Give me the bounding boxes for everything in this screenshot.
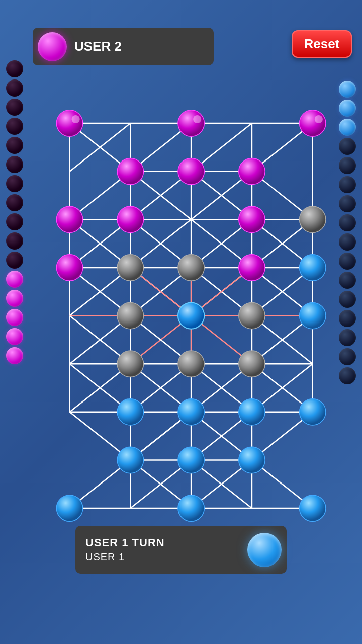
right-marble-12 bbox=[339, 291, 356, 308]
right-sidebar bbox=[337, 80, 358, 384]
user1-turn-label: USER 1 TURN bbox=[85, 536, 246, 549]
marble-r8c0 bbox=[56, 495, 82, 521]
marble-r1c2 bbox=[178, 158, 204, 184]
marble-r3c2 bbox=[178, 255, 204, 281]
left-marble-12 bbox=[6, 271, 23, 288]
right-marble-15 bbox=[339, 348, 356, 365]
marble-r8c2 bbox=[178, 495, 204, 521]
marble-r7c1 bbox=[117, 447, 143, 473]
marble-r1c3 bbox=[239, 158, 265, 184]
marble-r1c1 bbox=[117, 158, 143, 184]
left-marble-9 bbox=[6, 213, 23, 230]
left-marble-4 bbox=[6, 118, 23, 135]
left-marble-14 bbox=[6, 309, 23, 326]
marble-r3c0 bbox=[56, 255, 82, 281]
user2-panel: USER 2 bbox=[33, 28, 214, 65]
right-marble-5 bbox=[339, 157, 356, 174]
marble-r5c3 bbox=[239, 351, 265, 377]
right-marble-16 bbox=[339, 367, 356, 384]
right-marble-8 bbox=[339, 214, 356, 231]
left-marble-2 bbox=[6, 79, 23, 97]
user2-name: USER 2 bbox=[74, 39, 122, 54]
left-marble-15 bbox=[6, 328, 23, 345]
svg-point-75 bbox=[72, 115, 80, 123]
marble-r0c4 bbox=[300, 110, 326, 136]
marble-r2c0 bbox=[56, 206, 82, 232]
marble-r0c0 bbox=[56, 110, 82, 136]
marble-r7c3 bbox=[239, 447, 265, 473]
marble-r4c4 bbox=[300, 302, 326, 329]
right-marble-9 bbox=[339, 233, 356, 251]
marble-r8c4 bbox=[300, 495, 326, 521]
right-marble-3 bbox=[339, 119, 356, 136]
right-marble-2 bbox=[339, 100, 356, 117]
left-marble-1 bbox=[6, 60, 23, 77]
marble-r7c2 bbox=[178, 447, 204, 473]
user1-name: USER 1 bbox=[85, 551, 246, 563]
marble-r5c1 bbox=[117, 351, 143, 377]
marble-r2c1 bbox=[117, 206, 143, 232]
left-marble-11 bbox=[6, 252, 23, 269]
right-marble-10 bbox=[339, 253, 356, 270]
marble-r2c3 bbox=[239, 206, 265, 232]
marble-r3c3 bbox=[239, 255, 265, 281]
left-marble-6 bbox=[6, 156, 23, 173]
marble-r6c4 bbox=[300, 399, 326, 425]
left-marble-7 bbox=[6, 175, 23, 192]
left-marble-8 bbox=[6, 194, 23, 211]
marble-r4c2-blue-center bbox=[178, 302, 204, 329]
right-marble-14 bbox=[339, 329, 356, 346]
left-marble-5 bbox=[6, 137, 23, 154]
user1-panel: USER 1 TURN USER 1 bbox=[75, 526, 287, 574]
marble-r6c2 bbox=[178, 399, 204, 425]
marble-r5c2 bbox=[178, 351, 204, 377]
right-marble-6 bbox=[339, 176, 356, 193]
user1-marble bbox=[247, 533, 282, 567]
board-svg bbox=[29, 78, 333, 543]
user2-marble bbox=[38, 32, 67, 61]
right-marble-13 bbox=[339, 310, 356, 327]
game-board[interactable] bbox=[29, 78, 333, 543]
left-marble-16 bbox=[6, 347, 23, 364]
svg-point-77 bbox=[315, 115, 323, 123]
marble-r4c3 bbox=[239, 302, 265, 329]
right-marble-4 bbox=[339, 138, 356, 155]
left-marble-3 bbox=[6, 99, 23, 116]
marble-r3c4 bbox=[300, 255, 326, 281]
marble-r4c1 bbox=[117, 302, 143, 329]
right-marble-1 bbox=[339, 80, 356, 98]
left-sidebar bbox=[4, 60, 25, 364]
right-marble-7 bbox=[339, 195, 356, 212]
marble-r2c4 bbox=[300, 206, 326, 232]
right-marble-11 bbox=[339, 272, 356, 289]
marble-r6c3 bbox=[239, 399, 265, 425]
marble-r0c2 bbox=[178, 110, 204, 136]
svg-point-76 bbox=[193, 115, 201, 123]
reset-button[interactable]: Reset bbox=[292, 30, 352, 58]
left-marble-10 bbox=[6, 232, 23, 250]
marble-r6c1 bbox=[117, 399, 143, 425]
marble-r3c1 bbox=[117, 255, 143, 281]
left-marble-13 bbox=[6, 290, 23, 307]
